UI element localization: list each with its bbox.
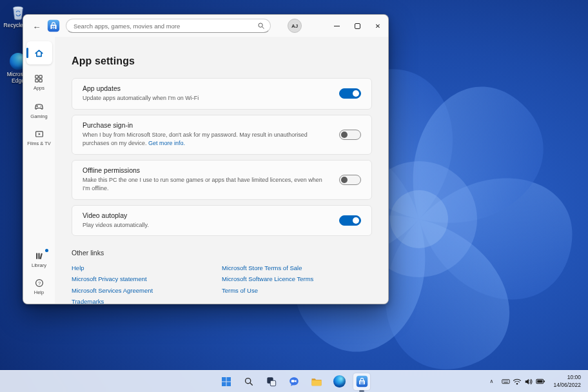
back-button[interactable]: ← xyxy=(30,19,44,33)
setting-description: Make this PC the one I use to run some g… xyxy=(83,176,325,193)
link-terms-of-sale[interactable]: Microsoft Store Terms of Sale xyxy=(222,264,372,272)
help-icon: ? xyxy=(34,278,44,288)
library-notification-badge xyxy=(45,249,48,252)
wifi-icon[interactable] xyxy=(513,377,522,386)
link-help[interactable]: Help xyxy=(72,264,222,272)
setting-card-video-autoplay: Video autoplay Play videos automatically… xyxy=(72,205,372,237)
gaming-icon xyxy=(34,101,44,112)
setting-card-app-updates: App updates Update apps automatically wh… xyxy=(72,78,372,110)
link-services-agreement[interactable]: Microsoft Services Agreement xyxy=(72,287,222,295)
toggle-offline-permissions[interactable] xyxy=(339,175,361,185)
sidebar-item-label: Apps xyxy=(34,86,44,92)
window-controls: ✕ xyxy=(326,15,388,37)
file-explorer-icon xyxy=(311,376,322,387)
task-view-button[interactable] xyxy=(263,373,280,390)
store-app-icon xyxy=(47,19,60,32)
setting-title: Video autoplay xyxy=(83,211,325,219)
toggle-knob xyxy=(353,90,359,97)
library-icon xyxy=(34,251,44,261)
sidebar-item-help[interactable]: ? Help xyxy=(34,278,44,296)
apps-icon xyxy=(34,74,44,84)
close-button[interactable]: ✕ xyxy=(368,15,388,37)
page-title: App settings xyxy=(72,55,372,67)
maximize-icon xyxy=(355,23,360,29)
tray-icons[interactable] xyxy=(498,377,549,386)
other-links-heading: Other links xyxy=(72,249,372,257)
settings-page: App settings App updates Update apps aut… xyxy=(55,37,388,304)
sidebar-item-library[interactable]: Library xyxy=(32,251,46,269)
clock-date: 14/06/2022 xyxy=(553,382,581,389)
setting-title: App updates xyxy=(83,84,325,92)
search-icon xyxy=(244,377,254,387)
account-avatar[interactable]: AJ xyxy=(288,19,302,33)
windows-logo-icon xyxy=(221,377,231,387)
tray-chevron-up-icon[interactable]: ∧ xyxy=(485,378,499,384)
setting-title: Purchase sign-in xyxy=(83,121,325,129)
setting-description-text: When I buy from Microsoft Store, don't a… xyxy=(83,132,308,147)
setting-description: Update apps automatically when I'm on Wi… xyxy=(83,94,325,103)
touch-keyboard-icon[interactable] xyxy=(502,377,510,386)
taskbar: ∧ xyxy=(0,370,588,392)
taskbar-clock[interactable]: 10:00 14/06/2022 xyxy=(549,374,587,388)
edge-button[interactable] xyxy=(331,373,348,390)
other-links: Help Microsoft Privacy statement Microso… xyxy=(72,264,372,304)
home-icon xyxy=(34,48,44,59)
link-privacy-statement[interactable]: Microsoft Privacy statement xyxy=(72,275,222,283)
setting-description: Play videos automatically. xyxy=(83,221,325,230)
task-view-icon xyxy=(266,377,277,387)
get-more-info-link[interactable]: Get more info. xyxy=(148,140,185,146)
sidebar-item-films-tv[interactable]: Films & TV xyxy=(27,129,51,147)
minimize-button[interactable] xyxy=(326,15,347,37)
setting-description: When I buy from Microsoft Store, don't a… xyxy=(83,131,325,148)
setting-title: Offline permissions xyxy=(83,166,325,174)
taskbar-search-button[interactable] xyxy=(240,373,257,390)
titlebar: ← AJ ✕ xyxy=(23,15,388,37)
link-software-licence-terms[interactable]: Microsoft Software Licence Terms xyxy=(222,275,372,283)
file-explorer-button[interactable] xyxy=(308,373,325,390)
search-input[interactable] xyxy=(74,23,257,30)
start-button[interactable] xyxy=(218,373,235,390)
active-app-indicator xyxy=(359,390,364,392)
svg-text:?: ? xyxy=(37,280,40,286)
setting-card-offline-permissions: Offline permissions Make this PC the one… xyxy=(72,160,372,200)
toggle-knob xyxy=(341,132,348,138)
films-tv-icon xyxy=(34,129,44,139)
sidebar-item-label: Films & TV xyxy=(27,141,51,147)
battery-icon[interactable] xyxy=(536,377,545,386)
clock-time: 10:00 xyxy=(567,374,581,381)
taskbar-icons xyxy=(218,371,370,392)
edge-icon xyxy=(333,375,346,387)
system-tray: ∧ xyxy=(485,371,587,392)
toggle-knob xyxy=(341,177,348,183)
store-button[interactable] xyxy=(353,373,370,390)
chat-icon xyxy=(288,376,300,387)
volume-icon[interactable] xyxy=(524,377,533,386)
toggle-video-autoplay[interactable] xyxy=(339,215,361,226)
search-box[interactable] xyxy=(66,19,271,33)
sidebar-item-label: Help xyxy=(34,290,44,296)
sidebar-item-label: Library xyxy=(32,263,46,269)
toggle-purchase-sign-in[interactable] xyxy=(339,130,361,140)
toggle-knob xyxy=(353,217,359,224)
sidebar-item-apps[interactable]: Apps xyxy=(34,74,44,92)
sidebar-item-gaming[interactable]: Gaming xyxy=(30,101,47,120)
sidebar: Apps Gaming Films & TV xyxy=(23,37,55,304)
store-icon xyxy=(356,375,368,387)
microsoft-store-window: ← AJ ✕ xyxy=(23,14,389,304)
search-icon[interactable] xyxy=(257,22,265,30)
setting-card-purchase-sign-in: Purchase sign-in When I buy from Microso… xyxy=(72,115,372,155)
link-trademarks[interactable]: Trademarks xyxy=(72,298,222,304)
sidebar-item-label: Gaming xyxy=(30,114,47,120)
sidebar-item-home[interactable] xyxy=(26,41,52,64)
link-terms-of-use[interactable]: Terms of Use xyxy=(222,287,372,295)
chat-button[interactable] xyxy=(286,373,302,390)
toggle-app-updates[interactable] xyxy=(339,88,361,99)
maximize-button[interactable] xyxy=(347,15,368,37)
desktop: Recycle Bin Microsoft Edge ← AJ ✕ xyxy=(0,0,588,392)
minimize-icon xyxy=(334,26,340,26)
